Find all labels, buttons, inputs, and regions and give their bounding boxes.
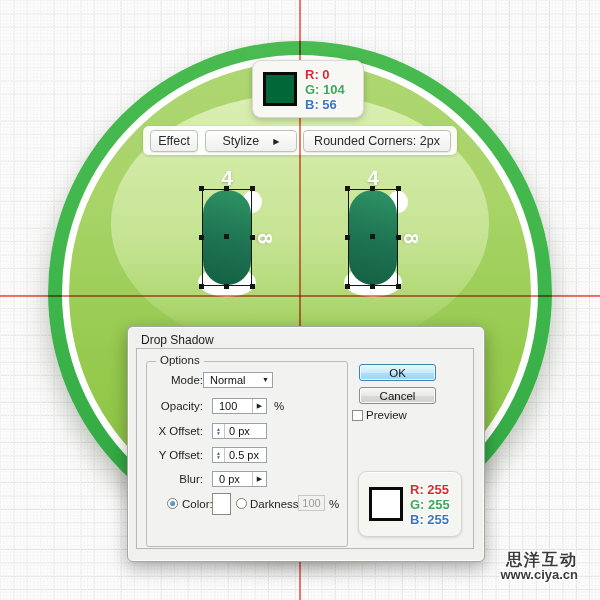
watermark-url: www.ciya.cn — [500, 568, 578, 582]
color-swatch-green — [263, 72, 297, 106]
rgb-r-value: R: 255 — [410, 482, 450, 497]
eye-shape-left[interactable] — [202, 189, 252, 286]
rgb-b-value: B: 56 — [305, 97, 345, 112]
watermark: 思洋互动 www.ciya.cn — [500, 551, 578, 582]
selection-handle[interactable] — [224, 284, 229, 289]
options-legend: Options — [156, 354, 204, 366]
selection-handle[interactable] — [199, 235, 204, 240]
darkness-radio[interactable] — [236, 498, 247, 509]
eye-shape-right[interactable] — [348, 189, 398, 286]
chevron-down-icon: ▼ — [262, 376, 269, 383]
shadow-color-swatch[interactable] — [212, 493, 231, 515]
color-radio[interactable] — [167, 498, 178, 509]
spinner-stepper[interactable]: ▲ ▼ — [213, 448, 225, 462]
rgb-r-value: R: 0 — [305, 67, 345, 82]
watermark-brand: 思洋互动 — [500, 551, 578, 568]
color-swatch-white — [369, 487, 403, 521]
ok-label: OK — [389, 367, 406, 379]
cancel-button[interactable]: Cancel — [359, 387, 436, 404]
cancel-label: Cancel — [380, 390, 416, 402]
preview-label: Preview — [366, 409, 407, 421]
x-offset-label: X Offset: — [136, 425, 203, 437]
menu-rounded-corners-label: Rounded Corners: 2px — [314, 134, 440, 148]
dialog-title: Drop Shadow — [141, 333, 214, 347]
y-offset-label: Y Offset: — [136, 449, 203, 461]
shadow-rgb-tooltip: R: 255 G: 255 B: 255 — [358, 471, 462, 537]
eye-width-label: 4 — [202, 166, 252, 190]
menu-effect-button[interactable]: Effect — [150, 130, 198, 152]
artboard: R: 0 G: 104 B: 56 Effect Stylize ▶ Round… — [0, 0, 600, 600]
mode-value: Normal — [204, 374, 245, 386]
selection-center-point — [224, 234, 229, 239]
x-offset-input[interactable]: ▲ ▼ 0 px — [212, 423, 267, 439]
opacity-value: 100 — [213, 400, 237, 412]
selection-handle[interactable] — [370, 284, 375, 289]
selection-handle[interactable] — [345, 235, 350, 240]
y-offset-input[interactable]: ▲ ▼ 0.5 px — [212, 447, 267, 463]
rgb-g-value: G: 104 — [305, 82, 345, 97]
eye-width-label: 4 — [348, 166, 398, 190]
blur-input[interactable]: 0 px ▶ — [212, 471, 267, 487]
horizontal-guide — [0, 295, 600, 297]
drop-shadow-dialog: Drop Shadow Options Mode: Normal ▼ Opaci… — [127, 326, 485, 562]
opacity-input[interactable]: 100 ▶ — [212, 398, 267, 414]
slider-popup-icon[interactable]: ▶ — [252, 399, 266, 413]
blur-label: Blur: — [136, 473, 203, 485]
slider-popup-icon[interactable]: ▶ — [252, 472, 266, 486]
mode-label: Mode: — [136, 374, 203, 386]
selection-handle[interactable] — [199, 284, 204, 289]
opacity-label: Opacity: — [136, 400, 203, 412]
menu-stylize-label: Stylize — [223, 134, 260, 148]
menu-effect-label: Effect — [158, 134, 190, 148]
menu-stylize-button[interactable]: Stylize ▶ — [205, 130, 297, 152]
spinner-stepper[interactable]: ▲ ▼ — [213, 424, 225, 438]
ok-button[interactable]: OK — [359, 364, 436, 381]
eye-height-label: 8 — [399, 233, 422, 244]
rgb-g-value: G: 255 — [410, 497, 450, 512]
selection-handle[interactable] — [345, 284, 350, 289]
rgb-b-value: B: 255 — [410, 512, 450, 527]
darkness-label: Darkness: — [250, 498, 304, 510]
selection-handle[interactable] — [396, 284, 401, 289]
darkness-value: 100 — [302, 497, 320, 509]
darkness-unit: % — [329, 498, 339, 510]
mode-dropdown[interactable]: Normal ▼ — [203, 372, 273, 388]
submenu-arrow-icon: ▶ — [273, 137, 279, 146]
preview-checkbox[interactable] — [352, 410, 363, 421]
spin-down-icon[interactable]: ▼ — [216, 455, 221, 459]
menu-rounded-corners-button[interactable]: Rounded Corners: 2px — [303, 130, 451, 152]
eye-height-label: 8 — [253, 233, 276, 244]
fill-color-tooltip: R: 0 G: 104 B: 56 — [252, 60, 364, 118]
selection-center-point — [370, 234, 375, 239]
blur-value: 0 px — [213, 473, 240, 485]
spin-down-icon[interactable]: ▼ — [216, 431, 221, 435]
opacity-unit: % — [274, 400, 284, 412]
selection-handle[interactable] — [250, 284, 255, 289]
darkness-input: 100 — [298, 495, 325, 511]
